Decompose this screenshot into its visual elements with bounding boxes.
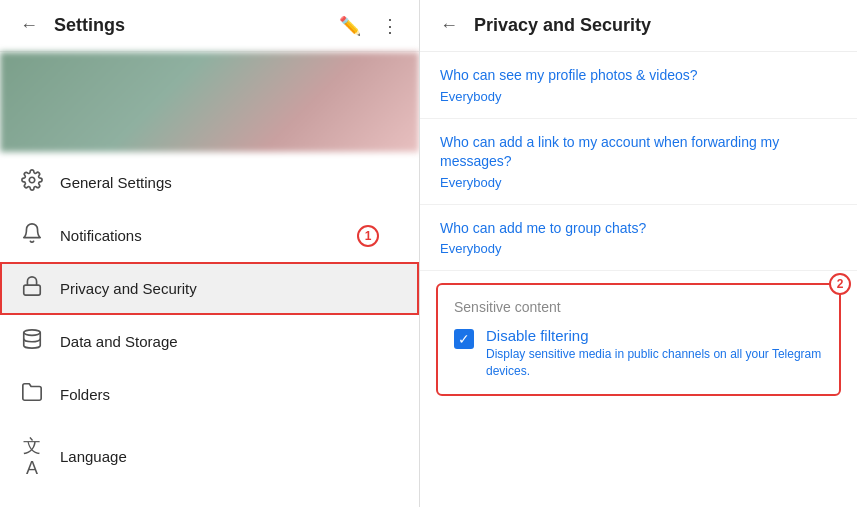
svg-point-2 <box>24 330 41 336</box>
more-icon[interactable]: ⋮ <box>377 11 403 41</box>
menu-item-notifications[interactable]: Notifications 1 <box>0 209 419 262</box>
right-back-button[interactable]: ← <box>436 11 462 40</box>
lock-icon <box>20 275 44 302</box>
gear-icon <box>20 169 44 196</box>
profile-banner <box>0 52 419 152</box>
privacy-answer-3: Everybody <box>440 241 837 256</box>
privacy-security-label: Privacy and Security <box>60 280 399 297</box>
back-button[interactable]: ← <box>16 11 42 40</box>
sensitive-text: Disable filtering Display sensitive medi… <box>486 327 823 380</box>
menu-item-general[interactable]: General Settings <box>0 156 419 209</box>
menu-item-privacy[interactable]: Privacy and Security <box>0 262 419 315</box>
privacy-answer-1: Everybody <box>440 89 837 104</box>
database-icon <box>20 328 44 355</box>
disable-filtering-label: Disable filtering <box>486 327 823 344</box>
annotation-2-badge: 2 <box>829 273 851 295</box>
privacy-question-3: Who can add me to group chats? <box>440 219 837 239</box>
settings-menu: General Settings Notifications 1 Privacy… <box>0 152 419 507</box>
sensitive-row: ✓ Disable filtering Display sensitive me… <box>454 327 823 380</box>
right-header: ← Privacy and Security <box>420 0 857 52</box>
privacy-security-title: Privacy and Security <box>474 15 651 36</box>
left-header: ← Settings ✏️ ⋮ <box>0 0 419 52</box>
folders-label: Folders <box>60 386 399 403</box>
data-storage-label: Data and Storage <box>60 333 399 350</box>
notifications-badge: 1 <box>357 225 379 247</box>
check-mark: ✓ <box>458 332 470 346</box>
general-settings-label: General Settings <box>60 174 399 191</box>
notifications-label: Notifications <box>60 227 399 244</box>
folder-icon <box>20 381 44 408</box>
svg-point-0 <box>29 177 35 183</box>
privacy-item-photos[interactable]: Who can see my profile photos & videos? … <box>420 52 857 119</box>
language-label: Language <box>60 448 399 465</box>
disable-filtering-desc: Display sensitive media in public channe… <box>486 346 823 380</box>
bell-icon <box>20 222 44 249</box>
svg-rect-1 <box>24 285 41 295</box>
edit-icon[interactable]: ✏️ <box>335 11 365 41</box>
privacy-item-forwarding[interactable]: Who can add a link to my account when fo… <box>420 119 857 205</box>
left-panel: ← Settings ✏️ ⋮ General Settings <box>0 0 420 507</box>
disable-filtering-checkbox[interactable]: ✓ <box>454 329 474 349</box>
sensitive-title: Sensitive content <box>454 299 823 315</box>
menu-item-data[interactable]: Data and Storage <box>0 315 419 368</box>
menu-item-language[interactable]: 文A Language <box>0 421 419 492</box>
privacy-answer-2: Everybody <box>440 175 837 190</box>
sensitive-content-section: 2 Sensitive content ✓ Disable filtering … <box>436 283 841 396</box>
privacy-question-2: Who can add a link to my account when fo… <box>440 133 837 172</box>
privacy-item-groups[interactable]: Who can add me to group chats? Everybody <box>420 205 857 272</box>
menu-item-folders[interactable]: Folders <box>0 368 419 421</box>
privacy-question-1: Who can see my profile photos & videos? <box>440 66 837 86</box>
translate-icon: 文A <box>20 434 44 479</box>
checkbox-box[interactable]: ✓ <box>454 329 474 349</box>
settings-title: Settings <box>54 15 323 36</box>
right-panel: ← Privacy and Security Who can see my pr… <box>420 0 857 507</box>
right-content: Who can see my profile photos & videos? … <box>420 52 857 507</box>
